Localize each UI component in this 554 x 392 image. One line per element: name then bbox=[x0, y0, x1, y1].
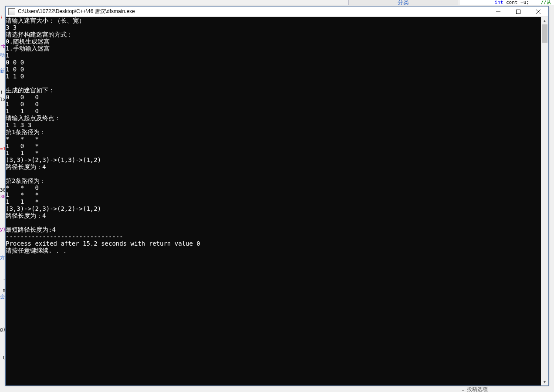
console-window: C:\Users\10722\Desktop\C++\46 唐汉\dfsmain… bbox=[5, 6, 549, 386]
close-button[interactable] bbox=[528, 7, 548, 17]
bg-bottom-panel-label: ⌄投稿选项 bbox=[461, 386, 488, 392]
svg-rect-0 bbox=[517, 10, 520, 14]
maximize-icon bbox=[516, 10, 520, 14]
chevron-down-icon: ⌄ bbox=[461, 386, 465, 392]
bg-browser-tab: 分类 bbox=[348, 0, 458, 5]
bg-code-fragment: int cont =u; //从 bbox=[460, 0, 554, 5]
scroll-down-button[interactable]: ▼ bbox=[541, 378, 548, 385]
scroll-up-button[interactable]: ▲ bbox=[541, 17, 548, 24]
titlebar[interactable]: C:\Users\10722\Desktop\C++\46 唐汉\dfsmain… bbox=[6, 7, 548, 17]
console-client-area: 请输入迷宫大小：（长、宽） 3 3 请选择构建迷宫的方式： 0.随机生成迷宫 1… bbox=[6, 17, 548, 385]
close-icon bbox=[536, 10, 540, 14]
vertical-scrollbar[interactable]: ▲ ▼ bbox=[541, 17, 548, 385]
maximize-button[interactable] bbox=[508, 7, 528, 17]
bg-bottom-panel-text: 投稿选项 bbox=[467, 386, 488, 392]
window-controls bbox=[488, 7, 548, 17]
window-title: C:\Users\10722\Desktop\C++\46 唐汉\dfsmain… bbox=[18, 8, 488, 15]
app-icon bbox=[8, 8, 15, 15]
minimize-icon bbox=[496, 10, 500, 14]
console-output: 请输入迷宫大小：（长、宽） 3 3 请选择构建迷宫的方式： 0.随机生成迷宫 1… bbox=[6, 17, 541, 385]
minimize-button[interactable] bbox=[488, 7, 508, 17]
scroll-thumb[interactable] bbox=[542, 24, 547, 43]
